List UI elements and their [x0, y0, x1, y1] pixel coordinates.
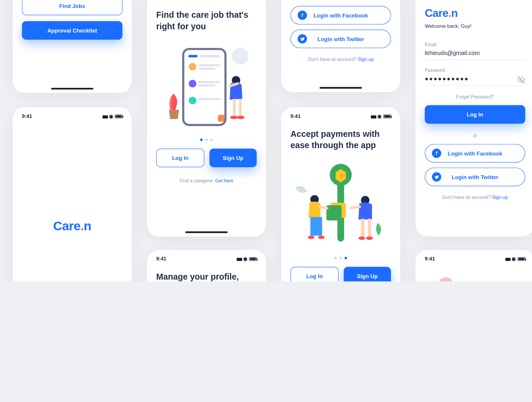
svg-rect-6	[198, 68, 215, 70]
svg-rect-12	[218, 115, 225, 122]
login-submit-button[interactable]: Log In	[425, 105, 525, 124]
page-dots	[281, 257, 400, 260]
twitter-icon	[432, 172, 441, 181]
svg-point-34	[318, 236, 325, 239]
status-time: 9:41	[156, 256, 166, 262]
status-bar: 9:41	[13, 107, 132, 122]
screen-jobs-partial: Find Jobs Approval Checklist	[13, 0, 132, 93]
svg-point-39	[359, 236, 365, 240]
find-jobs-button[interactable]: Find Jobs	[22, 0, 122, 15]
login-twitter-button[interactable]: Login with Twitter	[425, 168, 525, 186]
home-indicator	[185, 231, 228, 233]
svg-point-40	[366, 236, 373, 240]
signup-link[interactable]: Sign up	[358, 56, 374, 61]
eye-off-icon[interactable]	[518, 76, 525, 85]
signup-button[interactable]: Sign Up	[344, 267, 391, 281]
svg-rect-38	[368, 219, 371, 236]
email-field[interactable]: lehieuds@gmail.com	[425, 47, 525, 60]
svg-point-17	[230, 116, 238, 119]
svg-rect-32	[310, 217, 322, 236]
status-bar: 9:41	[147, 250, 266, 265]
svg-rect-2	[188, 55, 197, 58]
page-dots	[147, 139, 266, 141]
svg-rect-5	[198, 64, 220, 66]
svg-rect-8	[198, 81, 220, 83]
svg-rect-11	[198, 98, 220, 100]
login-facebook-button[interactable]: f Login with Facebook	[291, 6, 391, 25]
svg-point-7	[189, 80, 197, 87]
home-indicator	[51, 88, 93, 90]
status-icons	[371, 113, 391, 119]
svg-rect-37	[361, 219, 364, 236]
twitter-icon	[298, 34, 307, 43]
get-here-link[interactable]: Get here	[215, 178, 233, 183]
status-time: 9:41	[291, 113, 301, 119]
svg-point-18	[237, 116, 244, 119]
status-bar: 9:41	[281, 107, 400, 122]
onboarding-title: Find the care job that's right for you	[147, 3, 266, 38]
forgot-password-link[interactable]: Forget Password?	[425, 94, 525, 99]
screen-login: Care.n Welcome back, Guy! Email lehieuds…	[416, 0, 532, 236]
login-button[interactable]: Log In	[156, 149, 205, 167]
onboarding-title: Manage your profile, calendar, jobs & in…	[147, 265, 266, 281]
password-field[interactable]: ●●●●●●●●●●	[425, 73, 525, 86]
screen-congrats: 9:41 Congrats! You have successfully cha…	[416, 250, 532, 281]
approval-checklist-button[interactable]: Approval Checklist	[22, 21, 122, 40]
svg-rect-15	[233, 99, 236, 116]
onboarding-title: Accept payments with ease through the ap…	[281, 122, 400, 157]
svg-point-0	[232, 48, 249, 64]
welcome-text: Welcome back, Guy!	[425, 23, 525, 29]
facebook-icon: f	[298, 11, 307, 20]
email-label: Email	[425, 42, 525, 47]
login-facebook-button[interactable]: f Login with Facebook	[425, 144, 525, 163]
screen-splash: 9:41 Care.n	[13, 107, 132, 281]
svg-rect-16	[239, 99, 242, 116]
svg-rect-9	[198, 85, 215, 87]
screen-onboarding-3: 9:41 Accept payments with ease through t…	[281, 107, 400, 281]
status-time: 9:41	[425, 256, 435, 262]
status-bar: 9:41	[416, 250, 532, 265]
login-button[interactable]: Log In	[291, 267, 339, 281]
facebook-icon: f	[432, 149, 441, 158]
svg-rect-30	[326, 205, 341, 220]
status-time: 9:41	[22, 113, 32, 119]
svg-rect-1	[183, 49, 226, 125]
status-icons	[505, 256, 525, 262]
svg-point-42	[438, 277, 453, 281]
status-icons	[236, 256, 257, 262]
signup-link[interactable]: Sign up	[492, 195, 508, 200]
status-icons	[102, 113, 123, 119]
signup-button[interactable]: Sign Up	[210, 149, 257, 167]
signup-prompt: Don't have an account? Sign up	[281, 56, 400, 61]
svg-point-33	[308, 236, 314, 239]
illustration-payments	[290, 161, 391, 252]
svg-point-10	[189, 97, 197, 104]
signup-prompt: Don't have an account? Sign up	[425, 195, 525, 200]
screen-onboarding-2: 9:41 Manage your profile, calendar, jobs…	[147, 250, 266, 281]
screen-social-partial: or f Login with Facebook Login with Twit…	[281, 0, 400, 92]
password-label: Password	[425, 68, 525, 73]
svg-rect-3	[200, 55, 220, 58]
svg-point-4	[189, 63, 197, 71]
screen-onboarding-1: Find the care job that's right for you	[147, 0, 266, 236]
brand-logo: Care.n	[53, 219, 91, 233]
brand-logo: Care.n	[425, 7, 525, 20]
home-indicator	[319, 87, 362, 89]
login-twitter-button[interactable]: Login with Twitter	[291, 30, 391, 48]
illustration-success	[416, 265, 532, 281]
illustration-find-job	[158, 41, 255, 134]
or-divider: or	[425, 133, 525, 138]
caregiver-cta: Find a caregiver. Get here	[147, 178, 266, 183]
